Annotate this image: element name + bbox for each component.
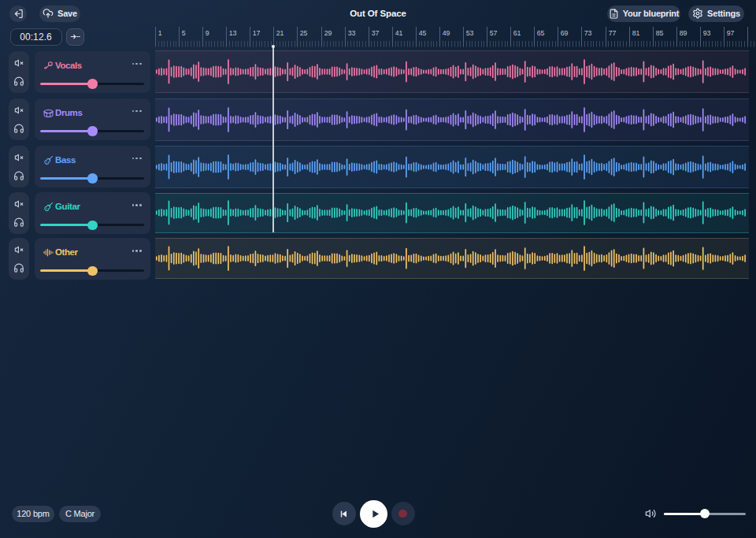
svg-text:5: 5 xyxy=(182,29,186,37)
svg-text:37: 37 xyxy=(372,29,380,37)
svg-text:25: 25 xyxy=(300,29,308,37)
svg-text:41: 41 xyxy=(395,29,403,37)
svg-text:97: 97 xyxy=(727,29,735,37)
svg-text:73: 73 xyxy=(584,29,592,37)
svg-text:21: 21 xyxy=(276,29,284,37)
svg-text:17: 17 xyxy=(253,29,261,37)
svg-text:77: 77 xyxy=(609,29,617,37)
svg-text:49: 49 xyxy=(443,29,450,37)
svg-text:57: 57 xyxy=(490,29,498,37)
svg-text:13: 13 xyxy=(229,29,237,37)
svg-text:81: 81 xyxy=(632,29,640,37)
svg-text:45: 45 xyxy=(419,29,427,37)
svg-text:1: 1 xyxy=(158,29,162,37)
svg-text:89: 89 xyxy=(680,29,687,37)
svg-text:33: 33 xyxy=(348,29,356,37)
svg-text:53: 53 xyxy=(466,29,474,37)
svg-text:65: 65 xyxy=(537,29,545,37)
svg-text:85: 85 xyxy=(656,29,664,37)
svg-text:93: 93 xyxy=(703,29,711,37)
svg-text:9: 9 xyxy=(206,29,209,37)
svg-text:29: 29 xyxy=(324,29,332,37)
svg-text:69: 69 xyxy=(561,29,569,37)
svg-text:61: 61 xyxy=(513,29,521,37)
